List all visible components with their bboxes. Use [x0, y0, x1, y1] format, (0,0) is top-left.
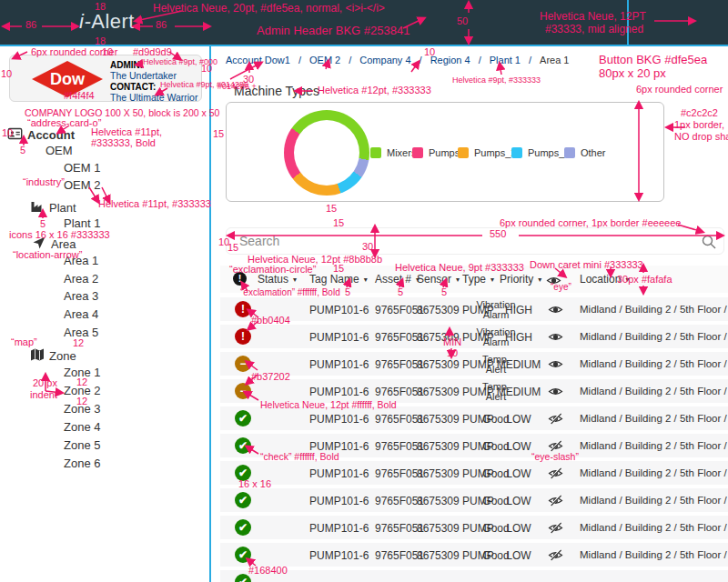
search-input[interactable] — [227, 228, 703, 254]
sidebar-item-oem-1[interactable]: OEM 1 — [64, 162, 100, 174]
sidebar-item-label: Area 2 — [64, 273, 98, 285]
annotation: 50 — [457, 16, 468, 26]
breadcrumb-item-region-4[interactable]: Region 4 — [430, 55, 470, 65]
eye-slash-icon[interactable] — [548, 522, 563, 536]
map-icon — [30, 347, 45, 364]
column-header-label: Type — [462, 273, 486, 286]
column-header-asset-[interactable]: Asset #▾ — [375, 274, 420, 285]
legend-item-pumps-3[interactable]: Pumps_3 — [511, 147, 570, 158]
contact-name[interactable]: The Ultimate Warrior — [110, 92, 197, 103]
cell-location: Midland / Building 2 / 5th Floor / — [580, 496, 728, 507]
check-circle-icon: ✔ — [235, 410, 251, 426]
cell-sensor: 8675309 — [417, 550, 460, 561]
sidebar-item-zone-6[interactable]: Zone 6 — [64, 457, 100, 469]
annotation: 15 — [326, 204, 337, 214]
column-header-sensor[interactable]: Sensor▾ — [417, 274, 460, 285]
minus-circle-icon: − — [235, 383, 251, 399]
annotation: Helvetica Neue, 9pt #333333 — [395, 263, 524, 273]
legend-item-mixers[interactable]: Mixers — [370, 147, 416, 158]
sidebar-item-zone[interactable]: Zone — [30, 347, 76, 364]
breadcrumb-item-plant-1[interactable]: Plant 1 — [490, 55, 521, 65]
annotation: Helvetica #9pt, #000 — [143, 58, 217, 66]
sidebar-item-plant[interactable]: Plant — [30, 199, 76, 216]
search-icon[interactable] — [702, 235, 716, 253]
annotation: “exclamation-circle” — [229, 265, 316, 275]
annotation: 5 — [398, 287, 403, 297]
eye-icon[interactable] — [548, 386, 563, 399]
cell-priority: HIGH — [487, 332, 551, 343]
annotation: 5 — [40, 219, 46, 229]
annotation: 20 px — [33, 378, 57, 388]
breadcrumb-separator: / — [479, 55, 481, 65]
column-header-priority[interactable]: Priority▾ — [500, 274, 541, 285]
cell-sensor: 8675309 — [417, 386, 460, 397]
cell-location: Midland / Building 2 / 5th Floor / — [580, 332, 728, 343]
admin-label: ADMIN: — [110, 60, 143, 70]
cell-tag-name: PUMP101-6 — [309, 359, 369, 370]
eye-slash-icon[interactable] — [548, 495, 563, 508]
cell-priority: LOW — [487, 496, 551, 507]
eye-icon[interactable] — [548, 358, 563, 372]
legend-item-pumps-2[interactable]: Pumps_2 — [458, 147, 516, 158]
breadcrumb-item-account-dow1[interactable]: Account Dow1 — [226, 55, 290, 65]
sidebar-item-label: Area 4 — [64, 308, 98, 320]
sidebar-item-label: Account — [27, 129, 75, 141]
annotation: 86 — [156, 20, 167, 30]
annotation: 10 — [447, 348, 458, 358]
contact-label: CONTACT: — [110, 82, 156, 92]
annotation: “industry” — [23, 177, 65, 187]
annotation: 15 — [333, 264, 344, 274]
sidebar-item-zone-5[interactable]: Zone 5 — [64, 439, 100, 451]
legend-swatch — [511, 147, 522, 158]
sort-caret-icon: ▾ — [364, 276, 368, 284]
sidebar-item-label: OEM 1 — [64, 162, 100, 174]
annotation: indent — [30, 390, 57, 400]
annotation: 80px x 20 px — [599, 67, 666, 79]
breadcrumb-item-oem-2[interactable]: OEM 2 — [309, 55, 340, 65]
cell-tag-name: PUMP101-6 — [309, 414, 369, 425]
cell-priority: LOW — [487, 523, 551, 534]
cell-location: Midland / Building 2 / 5th Floor / — [580, 441, 728, 452]
column-header-status[interactable]: Status▾ — [258, 274, 297, 285]
column-header-tag-name[interactable]: Tag Name▾ — [309, 274, 368, 285]
annotation: “eye-slash” — [531, 452, 579, 462]
sort-caret-icon: ▾ — [456, 276, 460, 284]
cell-priority: LOW — [487, 414, 551, 425]
sidebar-item-label: Plant 1 — [64, 217, 100, 229]
cell-tag-name: PUMP101-6 — [309, 305, 369, 316]
sidebar-item-zone-4[interactable]: Zone 4 — [64, 421, 100, 433]
legend-item-pumps[interactable]: Pumps — [412, 147, 460, 158]
table-row: !VibrationAlarmPUMP101-69765F0518675309P… — [220, 325, 728, 348]
cell-sensor: 8675309 — [417, 414, 460, 425]
eye-slash-icon[interactable] — [548, 413, 563, 426]
breadcrumb-item-company-4[interactable]: Company 4 — [359, 55, 410, 65]
sidebar-item-plant-1[interactable]: Plant 1 — [64, 217, 100, 229]
sidebar-item-oem[interactable]: OEM — [46, 145, 73, 156]
sidebar-item-area-4[interactable]: Area 4 — [64, 308, 98, 320]
eye-slash-icon[interactable] — [548, 549, 563, 563]
annotation: #b37202 — [251, 372, 290, 382]
sidebar-item-area-3[interactable]: Area 3 — [64, 290, 98, 302]
annotation: Button BKG #dfe5ea — [599, 54, 707, 65]
legend-item-other[interactable]: Other — [564, 147, 606, 158]
legend-swatch — [458, 147, 469, 158]
sort-caret-icon: ▾ — [538, 276, 541, 284]
column-header-type[interactable]: Type▾ — [462, 274, 494, 285]
eye-icon[interactable] — [548, 304, 563, 317]
app-title-italic: i- — [79, 10, 91, 33]
table-row: −Temp.AlertPUMP101-69765F0518675309PUMPM… — [220, 352, 728, 376]
table-row: ✔ — [220, 570, 728, 582]
sidebar-item-area-2[interactable]: Area 2 — [64, 273, 98, 285]
eye-slash-icon[interactable] — [548, 467, 563, 481]
annotation: Helvetica Neue, 20pt, #dfe5ea, normal, <… — [153, 3, 385, 14]
annotation: 18 — [95, 2, 106, 12]
sidebar-item-oem-2[interactable]: OEM 2 — [64, 179, 100, 191]
industry-icon — [30, 199, 45, 216]
annotation: 6px rounded corner, 1px border #eeeeee — [500, 218, 681, 228]
table-row: ✔GoodPUMP101-69765F0518675309PUMPLOWMidl… — [220, 488, 728, 512]
app-title: i-Alert — [79, 10, 135, 34]
sidebar-item-account[interactable]: Account — [7, 126, 75, 143]
annotation: #333333, Bold — [91, 138, 156, 148]
annotation: Down caret mini #333333 — [530, 260, 643, 270]
eye-icon[interactable] — [548, 331, 563, 345]
